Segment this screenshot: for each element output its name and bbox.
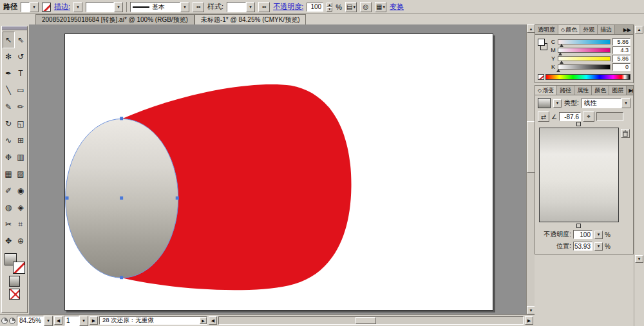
selection-tool[interactable]: ↖ [3,32,15,48]
slider-marker-c[interactable] [560,44,564,47]
artboard-navigation-select[interactable]: 1 ▾ [64,316,88,326]
status-menu-icon[interactable]: ▶ [200,317,207,324]
stroke-weight-select[interactable]: ▾ [86,2,123,12]
horizontal-scrollbar[interactable] [218,316,524,325]
column-graph-tool[interactable]: ▥ [15,149,27,166]
gradient-group-tab-4[interactable]: 颜色 [592,86,609,95]
gradient-menu-icon[interactable]: ▾ [553,99,562,108]
next-page-button[interactable]: ▶ [90,316,98,325]
dock-scroll-up-button[interactable]: ▲ [635,26,643,34]
symbol-sprayer-tool[interactable]: ❉ [3,149,15,166]
chevron-down-icon[interactable]: ▾ [594,231,603,239]
gradient-type-select[interactable]: 线性 ▾ [582,98,630,108]
doc-tab-2[interactable]: 未标题-1* @ 84.25% (CMYK/预览) [194,14,307,24]
color-spectrum-bar[interactable] [545,74,630,80]
blend-tool[interactable]: ◉ [15,182,27,199]
anchor-bottom[interactable] [120,276,123,279]
slider-track-m[interactable] [558,48,611,53]
gradient-stop-start[interactable] [576,122,581,126]
status-readout[interactable]: 28 次还原：无重做 ▶ [99,316,207,325]
stroke-link[interactable]: 描边: [54,2,70,12]
fill-color-select[interactable]: ▾ [21,2,39,12]
paintbrush-tool[interactable]: ✎ [3,99,15,115]
eyedropper-tool[interactable]: ✐ [3,182,15,199]
slider-track-k[interactable] [558,64,611,70]
slider-marker-k[interactable] [556,69,560,72]
brush-definition-select[interactable]: 基本 ▾ [130,2,189,12]
stroke-color-select[interactable]: ▾ [73,2,82,12]
graph-menu-icon[interactable]: ▤ ▾ [345,2,357,12]
anchor-left[interactable] [66,197,69,200]
slider-value-m[interactable]: 4.3 [612,46,630,54]
anchor-top[interactable] [120,117,123,120]
slider-marker-m[interactable] [558,52,562,55]
direct-selection-tool[interactable]: ⇖ [15,32,27,48]
align-menu-icon[interactable]: ▦ ▾ [375,2,386,12]
slider-value-y[interactable]: 5.86 [612,55,630,62]
color-group-tab-2[interactable]: ◇颜色 [558,25,580,34]
slider-track-c[interactable] [558,39,611,44]
none-paint-button[interactable] [9,289,20,300]
transform-link[interactable]: 变换 [390,2,404,12]
down-icon[interactable]: ▼ [327,7,332,12]
scroll-down-button[interactable]: ▼ [527,306,535,314]
stroke-none-swatch[interactable] [42,3,51,12]
aspect-ratio-icon[interactable]: ⌖ [583,111,594,122]
zoom-control[interactable]: 84.25% ▾ [17,316,53,326]
gradient-group-tab-2[interactable]: 路径 [557,86,574,95]
slider-value-k[interactable]: 0 [612,63,630,71]
color-group-tab-4[interactable]: 描边 [598,25,615,34]
slider-marker-y[interactable] [560,61,564,64]
warp-tool[interactable]: ∿ [3,132,15,149]
live-paint-bucket-tool[interactable]: ◍ [3,199,15,216]
gradient-angle-input[interactable]: -87.6 [559,112,581,121]
hand-tool[interactable]: ✥ [3,233,15,249]
stop-opacity-input[interactable]: 100 [573,230,592,239]
slider-track-y[interactable] [558,56,611,61]
dashed-line-icon[interactable]: ╍ [258,2,270,12]
stop-position-input[interactable]: 53.93 [573,242,592,251]
hscroll-left-button[interactable]: ◀ [209,316,217,325]
zoom-tool[interactable]: ⊕ [15,233,27,249]
pen-tool[interactable]: ✒ [3,65,15,82]
type-tool[interactable]: T [15,65,27,82]
opacity-link[interactable]: 不透明度: [273,2,303,12]
previous-page-button[interactable]: ◀ [54,316,62,325]
rectangle-tool[interactable]: ▭ [15,82,27,99]
gradient-tool[interactable]: ▨ [15,166,27,182]
rotate-tool[interactable]: ↻ [3,115,15,132]
scroll-up-button[interactable]: ▲ [527,24,535,33]
hscroll-right-button[interactable]: ▶ [525,316,533,325]
vertical-scrollbar[interactable]: ▲ ▼ [526,24,535,314]
color-group-tab-3[interactable]: 外观 [580,25,598,34]
reverse-gradient-icon[interactable]: ⇄ [538,111,549,122]
variable-width-icon[interactable]: ╍ [193,2,204,12]
opacity-stepper[interactable]: ▲ ▼ [327,3,332,12]
live-paint-selection-tool[interactable]: ◈ [15,199,27,216]
gradient-group-tab-5[interactable]: 图层 [609,86,627,95]
magic-wand-tool[interactable]: ✻ [3,48,15,65]
delete-stop-button[interactable] [621,129,630,138]
gradient-thumbnail[interactable] [538,98,551,108]
crop-tool[interactable]: ⌗ [15,216,27,233]
up-icon[interactable]: ▲ [327,3,332,7]
panel-fill-swatch[interactable] [538,39,545,46]
color-group-more-icon[interactable]: ▶▶ [621,25,633,34]
gradient-group-tab-1[interactable]: ◇渐变 [535,86,557,95]
gradient-paint-button[interactable] [9,276,20,287]
doc-tab-1[interactable]: 2008520195018684 [转换].ai* @ 100% (RGB/预览… [35,14,194,24]
horizontal-scroll-thumb[interactable] [355,317,376,324]
scale-tool[interactable]: ◱ [15,115,27,132]
gradient-group-more-icon[interactable]: ▶▶ [627,86,633,95]
canvas-area[interactable]: ▲ ▼ [29,24,535,314]
recolor-artwork-icon[interactable]: ◎ [360,2,372,12]
opacity-input[interactable]: 100 [307,3,323,12]
lasso-tool[interactable]: ↺ [15,48,27,65]
chevron-down-icon[interactable]: ▾ [594,242,603,251]
pencil-tool[interactable]: ✏ [15,99,27,115]
screen-mode-icon-2[interactable] [9,318,15,324]
slider-value-c[interactable]: 5.86 [612,38,630,46]
vertical-scroll-thumb[interactable] [527,121,535,173]
screen-mode-icon-1[interactable] [1,318,8,324]
gradient-preview[interactable] [539,128,619,222]
